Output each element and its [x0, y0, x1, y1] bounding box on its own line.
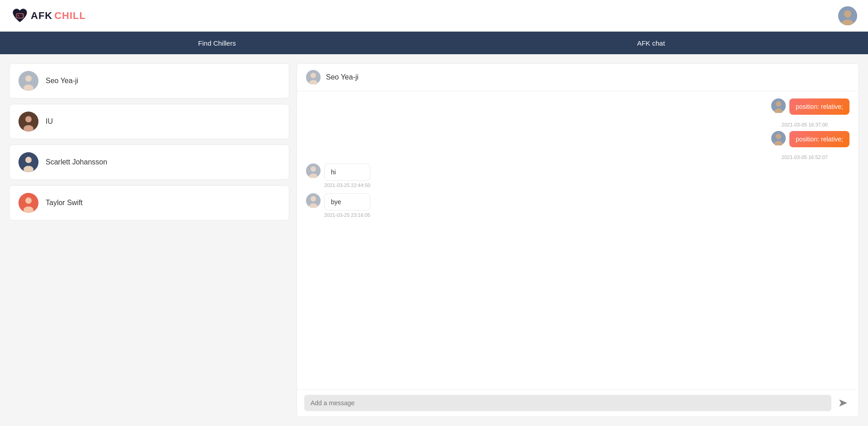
message-bubble-4: bye	[324, 193, 370, 211]
logo-text-left: AFK	[31, 10, 52, 22]
svg-point-18	[25, 197, 32, 204]
svg-point-9	[25, 75, 32, 82]
received-avatar-1	[306, 164, 321, 178]
message-wrap-3: hi 2021-03-25 22:44:50	[324, 164, 370, 188]
message-time-3: 2021-03-25 22:44:50	[324, 183, 370, 188]
contact-card-scarlett[interactable]: Scarlett Johansson	[9, 145, 289, 180]
svg-point-33	[311, 196, 316, 201]
contact-card-taylor[interactable]: Taylor Swift	[9, 185, 289, 220]
contact-name-iu: IU	[46, 117, 53, 126]
message-time-2: 2021-03-05 16:52:07	[306, 154, 849, 160]
contact-name-scarlett: Scarlett Johansson	[46, 158, 107, 166]
svg-point-4	[23, 16, 24, 17]
sent-avatar-2	[771, 131, 786, 145]
logo-text-right: CHILL	[54, 10, 86, 22]
svg-point-27	[776, 134, 781, 139]
chat-header-name: Seo Yea-ji	[326, 73, 359, 81]
main-content: Seo Yea-ji IU Scarlett Johansson	[0, 54, 868, 426]
nav-find-chillers[interactable]: Find Chillers	[0, 32, 434, 54]
svg-point-3	[22, 15, 23, 16]
svg-point-6	[844, 10, 851, 18]
nav-afk-chat[interactable]: AFK chat	[434, 32, 868, 54]
contact-card-seoyeaji[interactable]: Seo Yea-ji	[9, 63, 289, 98]
svg-point-30	[311, 166, 316, 172]
message-bubble-1: position: relative;	[789, 98, 849, 115]
svg-point-15	[25, 157, 32, 163]
chat-messages-area: position: relative; 2021-03-05 16:37:00 …	[297, 91, 859, 389]
chat-input-area	[297, 389, 859, 417]
contact-avatar-taylor	[19, 193, 38, 213]
message-wrap-4: bye 2021-03-25 23:16:05	[324, 193, 370, 218]
message-input[interactable]	[304, 395, 831, 411]
chat-header-avatar	[306, 70, 321, 84]
message-wrap-2: position: relative;	[789, 131, 849, 147]
message-bubble-2: position: relative;	[789, 131, 849, 147]
svg-point-24	[776, 101, 781, 107]
sent-avatar-1	[771, 98, 786, 113]
contact-name-seoyeaji: Seo Yea-ji	[46, 77, 78, 85]
chat-header: Seo Yea-ji	[297, 64, 859, 91]
message-bubble-3: hi	[324, 164, 370, 181]
user-avatar-header[interactable]	[838, 6, 857, 25]
svg-point-21	[311, 73, 316, 78]
svg-point-12	[25, 116, 32, 122]
received-avatar-2	[306, 193, 321, 208]
send-button[interactable]	[835, 397, 851, 409]
message-row-2: position: relative;	[306, 131, 849, 147]
contact-avatar-seoyeaji	[19, 71, 38, 91]
message-row-4: bye 2021-03-25 23:16:05	[306, 193, 849, 218]
app-logo: AFK CHILL	[11, 7, 86, 25]
contact-avatar-scarlett	[19, 152, 38, 172]
contact-name-taylor: Taylor Swift	[46, 199, 83, 207]
message-wrap-1: position: relative;	[789, 98, 849, 115]
message-time-4: 2021-03-25 23:16:05	[324, 212, 370, 218]
main-nav: Find Chillers AFK chat	[0, 32, 868, 54]
message-row-3: hi 2021-03-25 22:44:50	[306, 164, 849, 188]
contact-avatar-iu	[19, 112, 38, 131]
chat-panel: Seo Yea-ji position: relative; 2021-03-0…	[297, 63, 859, 417]
contact-card-iu[interactable]: IU	[9, 104, 289, 139]
app-header: AFK CHILL	[0, 0, 868, 32]
contacts-panel: Seo Yea-ji IU Scarlett Johansson	[9, 63, 289, 417]
message-row-1: position: relative;	[306, 98, 849, 115]
message-time-1: 2021-03-05 16:37:00	[306, 122, 849, 127]
